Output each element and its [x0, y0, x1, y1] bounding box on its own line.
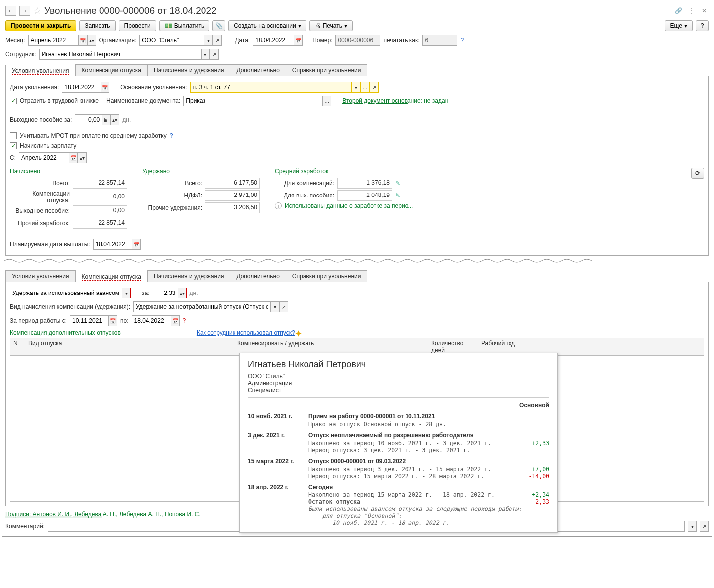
tab2-compensation[interactable]: Компенсации отпуска	[75, 271, 148, 282]
info-icon[interactable]: i	[275, 202, 282, 209]
plan-pay-input[interactable]	[93, 239, 132, 250]
tab2-certs[interactable]: Справки при увольнении	[286, 270, 368, 282]
help-button[interactable]: ?	[696, 20, 709, 31]
dismiss-date-input[interactable]	[62, 82, 101, 93]
from-stepper[interactable]: ▴▾	[78, 152, 87, 163]
emp-input[interactable]	[39, 49, 201, 60]
month-cal-icon[interactable]: 📅	[78, 35, 87, 46]
save-button[interactable]: Записать	[79, 20, 115, 31]
extra-table-body[interactable]: Игнатьев Николай Петрович ООО "Стиль" Ад…	[10, 353, 704, 502]
tab-compensation[interactable]: Компенсации отпуска	[75, 64, 148, 76]
edit-sev-icon[interactable]: ✎	[395, 192, 400, 199]
nav-back-button[interactable]: ←	[5, 6, 16, 16]
date-input[interactable]	[253, 35, 294, 46]
tab-certs[interactable]: Справки при увольнении	[286, 64, 368, 76]
basis-dots-icon[interactable]: …	[361, 82, 370, 93]
accrued-total: 22 857,14	[73, 178, 127, 189]
link-icon[interactable]: 🔗	[674, 7, 683, 14]
tab2-calc[interactable]: Начисления и удержания	[147, 270, 230, 282]
popup-org: ООО "Стиль"	[248, 373, 549, 380]
period-to-label: по:	[120, 317, 129, 324]
kind-input[interactable]	[133, 301, 270, 312]
days-input[interactable]	[153, 288, 178, 298]
sev-unit: дн.	[122, 116, 131, 123]
vacation-usage-popup: Игнатьев Николай Петрович ООО "Стиль" Ад…	[239, 353, 558, 533]
post-close-button[interactable]: Провести и закрыть	[5, 20, 76, 31]
period-warn-icon[interactable]: ?	[183, 317, 186, 324]
attach-button[interactable]: 📎	[212, 20, 225, 31]
how-used-link[interactable]: Как сотрудник использовал отпуск?	[197, 329, 295, 336]
reflect-checkbox[interactable]: ✓	[10, 98, 17, 104]
print-button[interactable]: 🖨 Печать ▾	[309, 20, 353, 31]
refresh-button[interactable]: ⟳	[691, 168, 704, 179]
from-cal-icon[interactable]: 📅	[69, 152, 78, 163]
docname-dots-icon[interactable]: …	[322, 96, 331, 106]
tab2-conditions[interactable]: Условия увольнения	[5, 270, 76, 282]
sev-calc-icon[interactable]: 🖩	[102, 114, 110, 125]
more-button[interactable]: Еще ▾	[665, 20, 693, 31]
dismiss-date-label: Дата увольнения:	[10, 84, 59, 91]
action-drop-icon[interactable]: ▾	[122, 288, 131, 298]
pay-button[interactable]: 💵Выплатить	[159, 20, 210, 31]
kind-drop-icon[interactable]: ▾	[270, 301, 279, 312]
org-open-icon[interactable]: ↗	[213, 35, 222, 46]
print-as-input[interactable]	[422, 35, 457, 46]
from-label: С:	[10, 154, 16, 161]
create-based-button[interactable]: Создать на основании ▾	[228, 20, 306, 31]
accrued-other: 22 857,14	[73, 218, 127, 229]
calc-salary-label: Начислить зарплату	[20, 142, 76, 149]
emp-open-icon[interactable]: ↗	[210, 49, 219, 60]
tab-extra[interactable]: Дополнительно	[230, 64, 286, 76]
emp-drop-icon[interactable]: ▾	[201, 49, 210, 60]
mrot-help[interactable]: ?	[170, 132, 173, 139]
from-input[interactable]	[19, 152, 69, 163]
mrot-checkbox[interactable]	[10, 132, 17, 139]
kind-open-icon[interactable]: ↗	[279, 301, 288, 312]
org-drop-icon[interactable]: ▾	[204, 35, 213, 46]
period-from-cal-icon[interactable]: 📅	[108, 315, 117, 326]
tab-calc[interactable]: Начисления и удержания	[147, 64, 230, 76]
window-title: Увольнение 0000-000006 от 18.04.2022	[44, 5, 671, 16]
avg-heading: Средний заработок	[275, 168, 413, 175]
emp-label: Сотрудник:	[5, 51, 36, 58]
period-from-input[interactable]	[70, 315, 108, 326]
withheld-heading: Удержано	[142, 168, 260, 175]
signatures-link[interactable]: Подписи: Антонов И. И., Лебедева А. П., …	[5, 511, 201, 518]
comment-open-icon[interactable]: ↗	[700, 521, 709, 532]
org-input[interactable]	[139, 35, 204, 46]
period-to-input[interactable]	[132, 315, 171, 326]
tab-conditions[interactable]: Условия увольнения	[5, 65, 76, 76]
mrot-label: Учитывать МРОТ при оплате по среднему за…	[20, 132, 167, 139]
sev-input[interactable]	[75, 114, 102, 125]
tab2-extra[interactable]: Дополнительно	[230, 270, 286, 282]
nav-fwd-button[interactable]: →	[19, 6, 30, 16]
plan-pay-cal-icon[interactable]: 📅	[132, 239, 141, 250]
action-select[interactable]	[10, 288, 122, 298]
month-stepper[interactable]: ▴▾	[87, 35, 96, 46]
days-stepper[interactable]: ▴▾	[178, 288, 187, 298]
basis-input[interactable]	[190, 82, 352, 93]
close-icon[interactable]: ✕	[700, 7, 709, 14]
comment-label: Комментарий:	[5, 523, 45, 530]
calc-salary-checkbox[interactable]: ✓	[10, 142, 17, 149]
edit-comp-icon[interactable]: ✎	[395, 180, 400, 187]
dismiss-cal-icon[interactable]: 📅	[101, 82, 109, 93]
print-as-help[interactable]: ?	[460, 37, 464, 44]
date-cal-icon[interactable]: 📅	[294, 35, 303, 46]
sev-stepper[interactable]: ▴▾	[110, 114, 119, 125]
kebab-icon[interactable]: ⋮	[687, 7, 696, 14]
comment-drop-icon[interactable]: ▾	[688, 521, 697, 532]
post-button[interactable]: Провести	[119, 20, 156, 31]
lower-tabs: Условия увольнения Компенсации отпуска Н…	[5, 270, 709, 282]
basis-open-icon[interactable]: ↗	[370, 82, 379, 93]
reflect-label: Отразить в трудовой книжке	[20, 98, 99, 104]
favorite-icon[interactable]: ☆	[33, 5, 41, 16]
popup-main-heading: Основной	[248, 402, 549, 409]
docname-input[interactable]	[183, 96, 322, 106]
month-input[interactable]	[28, 35, 78, 46]
basis-drop-icon[interactable]: ▾	[352, 82, 361, 93]
second-doc-link[interactable]: Второй документ основание: не задан	[342, 98, 448, 104]
wh-total: 6 177,50	[205, 178, 260, 189]
period-to-cal-icon[interactable]: 📅	[171, 315, 180, 326]
docname-label: Наименование документа:	[106, 98, 180, 104]
